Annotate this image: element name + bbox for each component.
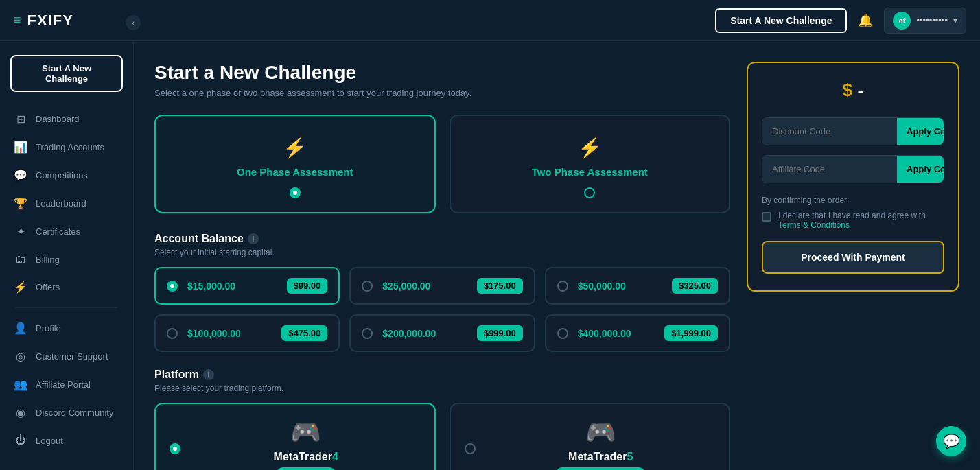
balance-amount-1: $25,000.00 xyxy=(382,281,467,292)
user-avatar: ef xyxy=(893,12,911,30)
platform-info-icon[interactable]: i xyxy=(203,369,214,380)
customer-support-icon: ◎ xyxy=(14,350,27,363)
sidebar-item-customer-support[interactable]: ◎ Customer Support xyxy=(5,343,128,370)
user-menu[interactable]: ef •••••••••• ▾ xyxy=(884,8,966,34)
balance-option-4[interactable]: $200,000.00 $999.00 xyxy=(349,314,535,352)
mt5-icon: 🎮 xyxy=(585,418,616,447)
sidebar-item-logout[interactable]: ⏻ Logout xyxy=(5,427,128,454)
terms-text: I declare that I have read and agree wit… xyxy=(778,211,944,230)
sidebar-item-leaderboard[interactable]: 🏆 Leaderboard xyxy=(5,190,128,217)
mt4-name: MetaTrader4 xyxy=(274,451,338,463)
balance-radio-5 xyxy=(557,328,568,339)
leaderboard-icon: 🏆 xyxy=(14,197,27,210)
sidebar-item-profile[interactable]: 👤 Profile xyxy=(5,315,128,342)
affiliate-apply-button[interactable]: Apply Code xyxy=(897,156,944,183)
one-phase-radio[interactable] xyxy=(290,187,301,198)
affiliate-code-input[interactable] xyxy=(762,156,897,183)
chevron-down-icon: ▾ xyxy=(953,16,957,25)
balance-radio-1 xyxy=(362,281,373,292)
competitions-icon: 💬 xyxy=(14,169,27,182)
sidebar-item-offers[interactable]: ⚡ Offers xyxy=(5,274,128,301)
topbar-challenge-button[interactable]: Start A New Challenge xyxy=(715,8,847,33)
account-balance-info-icon[interactable]: i xyxy=(248,233,259,244)
account-balance-subtitle: Select your initial starting capital. xyxy=(154,248,730,257)
balance-option-5[interactable]: $400,000.00 $1,999.00 xyxy=(545,314,730,352)
lightning-icon: ⚡ xyxy=(283,137,307,159)
main-content: Start a New Challenge Select a one phase… xyxy=(134,41,980,470)
logo: ≡ FXIFY xyxy=(14,12,73,30)
logo-text: FXIFY xyxy=(27,12,73,30)
dollar-sign: $ xyxy=(843,80,852,100)
terms-label: By confirming the order: xyxy=(762,196,944,205)
sidebar-item-affiliate-portal[interactable]: 👥 Affiliate Portal xyxy=(5,371,128,398)
balance-radio-2 xyxy=(557,281,568,292)
proceed-payment-button[interactable]: Proceed With Payment xyxy=(762,241,944,274)
sidebar-item-dashboard[interactable]: ⊞ Dashboard xyxy=(5,106,128,132)
chat-icon: 💬 xyxy=(943,433,960,449)
mt4-icon: 🎮 xyxy=(290,418,321,447)
terms-link[interactable]: Terms & Conditions xyxy=(778,220,850,230)
balance-amount-2: $50,000.00 xyxy=(578,281,662,292)
platform-mt4[interactable]: 🎮 MetaTrader4 Best for EAs xyxy=(154,403,436,470)
sidebar-new-challenge-button[interactable]: Start A New Challenge xyxy=(10,55,123,92)
sidebar-divider xyxy=(16,307,117,308)
sidebar-collapse-btn[interactable]: ‹ xyxy=(126,15,141,30)
platform-title-text: Platform xyxy=(154,368,199,381)
sidebar-item-billing[interactable]: 🗂 Billing xyxy=(5,246,128,272)
platform-title: Platform i xyxy=(154,368,730,381)
chat-bubble[interactable]: 💬 xyxy=(936,426,966,456)
balance-price-2: $325.00 xyxy=(672,278,718,294)
platform-subtitle: Please select your trading platform. xyxy=(154,384,730,393)
platform-mt5[interactable]: 🎮 MetaTrader5 Best for Web Trading xyxy=(450,403,731,470)
right-panel: $ - Apply Code Apply Code xyxy=(747,62,959,470)
price-value: - xyxy=(858,80,864,100)
balance-price-4: $999.00 xyxy=(477,325,523,341)
two-phase-radio[interactable] xyxy=(584,187,595,198)
sidebar-item-trading-accounts[interactable]: 📊 Trading Accounts xyxy=(5,134,128,161)
sidebar-item-label: Logout xyxy=(36,436,63,446)
mt4-badge: Best for EAs xyxy=(277,467,336,470)
assessment-two-phase[interactable]: ⚡ Two Phase Assessment xyxy=(450,115,731,213)
sidebar-item-label: Offers xyxy=(36,282,60,292)
sidebar-item-certificates[interactable]: ✦ Certificates xyxy=(5,218,128,245)
assessment-one-phase[interactable]: ⚡ One Phase Assessment xyxy=(154,115,436,213)
account-balance-title-text: Account Balance xyxy=(154,233,244,245)
mt5-name: MetaTrader5 xyxy=(568,451,633,463)
account-balance-header: Account Balance i Select your initial st… xyxy=(154,233,730,257)
bell-icon[interactable]: 🔔 xyxy=(858,13,873,28)
balance-radio-4 xyxy=(362,328,373,339)
discount-apply-button[interactable]: Apply Code xyxy=(897,118,944,145)
order-card: $ - Apply Code Apply Code xyxy=(747,62,959,292)
platform-grid: 🎮 MetaTrader4 Best for EAs 🎮 MetaTrader5… xyxy=(154,403,730,470)
discount-code-input[interactable] xyxy=(762,118,897,145)
page-subtitle: Select a one phase or two phase assessme… xyxy=(154,88,730,98)
balance-option-1[interactable]: $25,000.00 $175.00 xyxy=(349,267,535,305)
page-title: Start a New Challenge xyxy=(154,62,730,84)
sidebar-item-competitions[interactable]: 💬 Competitions xyxy=(5,162,128,189)
main-left-column: Start a New Challenge Select a one phase… xyxy=(154,62,730,470)
balance-option-2[interactable]: $50,000.00 $325.00 xyxy=(545,267,730,305)
mt5-radio xyxy=(465,443,476,454)
mt4-content: 🎮 MetaTrader4 Best for EAs xyxy=(191,418,421,470)
balance-option-3[interactable]: $100,000.00 $475.00 xyxy=(154,314,340,352)
balance-amount-5: $400,000.00 xyxy=(578,328,655,339)
profile-icon: 👤 xyxy=(14,322,27,335)
two-phase-label: Two Phase Assessment xyxy=(532,166,648,178)
balance-option-0[interactable]: $15,000.00 $99.00 xyxy=(154,267,340,305)
terms-text-label: I declare that I have read and agree wit… xyxy=(778,211,926,220)
sidebar-item-discord[interactable]: ◉ Discord Community xyxy=(5,399,128,426)
terms-checkbox-row: I declare that I have read and agree wit… xyxy=(762,211,944,230)
balance-price-3: $475.00 xyxy=(281,325,327,341)
discord-icon: ◉ xyxy=(14,406,27,419)
balance-price-1: $175.00 xyxy=(477,278,523,294)
sidebar-item-label: Certificates xyxy=(36,226,80,237)
dashboard-icon: ⊞ xyxy=(14,113,27,126)
assessment-selection: ⚡ One Phase Assessment ⚡ Two Phase Asses… xyxy=(154,115,730,213)
one-phase-label: One Phase Assessment xyxy=(237,166,353,178)
balance-radio-3 xyxy=(167,328,178,339)
sidebar-item-label: Profile xyxy=(36,323,61,333)
terms-checkbox[interactable] xyxy=(762,212,771,222)
sidebar-item-label: Competitions xyxy=(36,170,88,180)
sidebar-item-label: Dashboard xyxy=(36,114,80,124)
billing-icon: 🗂 xyxy=(14,253,27,266)
